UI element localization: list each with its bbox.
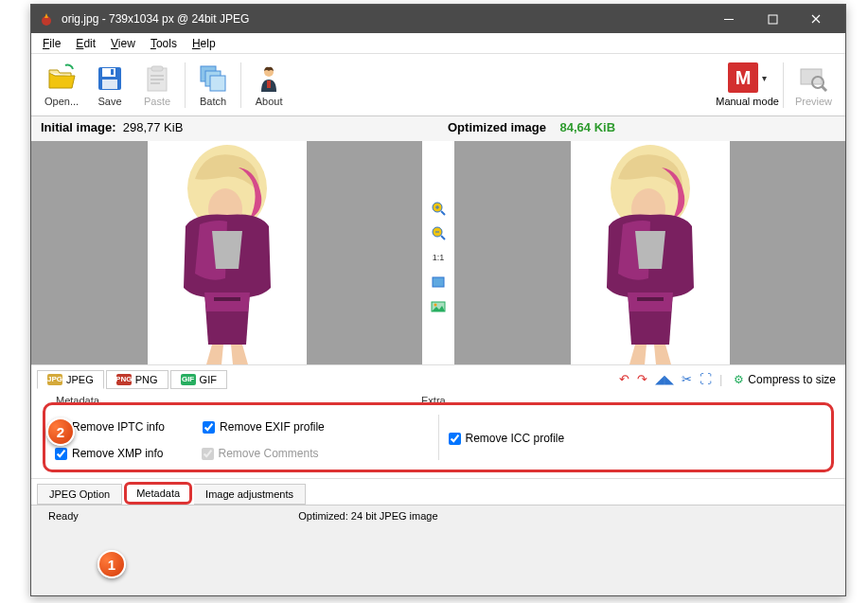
menu-tools[interactable]: Tools: [143, 35, 185, 52]
metadata-fieldset: Remove IPTC info Remove EXIF profile Rem…: [55, 415, 429, 460]
window-title: orig.jpg - 739x1034 px @ 24bit JPEG: [62, 12, 707, 26]
tab-png[interactable]: PNG PNG: [106, 370, 168, 389]
remove-iptc-label: Remove IPTC info: [72, 420, 165, 434]
minimize-button[interactable]: [707, 5, 751, 33]
optimized-size-value: 84,64 KiB: [559, 120, 615, 134]
svg-rect-1: [724, 19, 734, 20]
content-area: Initial image: 298,77 KiB Optimized imag…: [31, 116, 845, 588]
zoom-controls: 1:1: [422, 141, 454, 364]
preview-row: 1:1: [31, 141, 845, 364]
remove-xmp-label: Remove XMP info: [72, 447, 164, 460]
svg-rect-9: [151, 75, 164, 77]
caret-down-icon: ▾: [762, 73, 767, 83]
tab-gif-label: GIF: [200, 374, 217, 385]
fit-icon[interactable]: [430, 274, 447, 291]
remove-icc-label: Remove ICC profile: [466, 432, 565, 445]
app-window: orig.jpg - 739x1034 px @ 24bit JPEG File…: [30, 4, 846, 596]
batch-button[interactable]: Batch: [189, 62, 237, 109]
zoom-out-icon[interactable]: [430, 224, 447, 241]
optimized-size-label: Optimized image: [448, 120, 546, 134]
gif-icon: GIF: [181, 374, 196, 385]
toolbar: Open... Save Paste Batch About: [31, 54, 845, 116]
initial-image: [148, 141, 307, 364]
crop-icon[interactable]: ✂: [682, 372, 692, 386]
compress-to-size-button[interactable]: ⚙ Compress to size: [730, 371, 840, 388]
tab-metadata[interactable]: Metadata: [124, 482, 192, 505]
separator: [783, 62, 784, 108]
maximize-button[interactable]: [751, 5, 794, 33]
gear-icon: ⚙: [734, 373, 744, 386]
settings-area: Metadata Extra Remove IPTC info Remove E…: [31, 393, 845, 478]
tab-jpeg-options[interactable]: JPEG Option: [37, 484, 122, 505]
format-tabs-row: JPG JPEG PNG PNG GIF GIF ↶ ↷ ◢◣ ✂ ⛶ | ⚙ …: [31, 364, 845, 393]
svg-rect-2: [769, 15, 777, 24]
tab-gif[interactable]: GIF GIF: [170, 370, 227, 389]
svg-rect-16: [267, 80, 271, 88]
magnifier-icon: [798, 63, 828, 94]
batch-label: Batch: [200, 96, 226, 107]
size-bar: Initial image: 298,77 KiB Optimized imag…: [31, 116, 845, 141]
optimized-preview[interactable]: [454, 141, 845, 364]
menu-view[interactable]: View: [103, 35, 143, 52]
zoom-in-icon[interactable]: [430, 200, 447, 217]
landscape-icon[interactable]: [430, 298, 447, 315]
about-button[interactable]: About: [245, 62, 292, 109]
save-label: Save: [98, 96, 122, 107]
svg-line-29: [441, 236, 445, 239]
status-optimized: Optimized: 24 bit JPEG image: [88, 510, 648, 522]
person-icon: [254, 63, 284, 94]
svg-rect-14: [210, 76, 225, 91]
mode-label: Manual mode: [716, 96, 779, 107]
bottom-tabs: JPEG Option Metadata Image adjustments: [31, 478, 845, 505]
divider: [438, 415, 439, 460]
about-label: About: [256, 96, 283, 107]
clipboard-icon: [142, 63, 172, 94]
remove-xmp-checkbox[interactable]: Remove XMP info: [55, 447, 164, 460]
svg-rect-5: [111, 69, 114, 75]
open-label: Open...: [44, 96, 79, 107]
manual-mode-icon: M: [728, 62, 758, 93]
annotation-1: 1: [97, 550, 126, 578]
png-icon: PNG: [116, 374, 132, 385]
preview-label: Preview: [795, 96, 832, 107]
app-icon: [39, 11, 54, 27]
open-button[interactable]: Open...: [37, 62, 86, 109]
remove-comments-checkbox: Remove Comments: [202, 447, 319, 460]
separator: [240, 62, 241, 108]
folder-open-icon: [46, 63, 77, 94]
paste-button[interactable]: Paste: [133, 62, 181, 109]
batch-icon: [198, 63, 228, 94]
floppy-disk-icon: [95, 63, 125, 94]
remove-icc-checkbox[interactable]: Remove ICC profile: [449, 432, 565, 445]
status-ready: Ready: [39, 510, 88, 522]
zoom-1to1[interactable]: 1:1: [430, 249, 447, 266]
compress-label: Compress to size: [748, 373, 836, 386]
svg-line-19: [822, 86, 826, 91]
initial-preview[interactable]: [31, 141, 422, 364]
svg-rect-10: [151, 79, 164, 80]
mode-selector[interactable]: M ▾ Manual mode: [716, 62, 779, 107]
initial-size-value: 298,77 KiB: [123, 120, 184, 134]
optimized-image: [571, 141, 730, 364]
rotate-left-icon[interactable]: ↶: [619, 372, 629, 386]
close-button[interactable]: [794, 5, 838, 33]
tab-jpeg-label: JPEG: [66, 374, 94, 385]
resize-icon[interactable]: ⛶: [700, 372, 712, 386]
tab-png-label: PNG: [135, 374, 158, 385]
tab-jpeg[interactable]: JPG JPEG: [37, 370, 104, 389]
tab-image-adjustments[interactable]: Image adjustments: [194, 484, 306, 505]
svg-rect-8: [151, 66, 163, 71]
flip-horizontal-icon[interactable]: ◢◣: [655, 372, 674, 386]
svg-rect-6: [102, 80, 117, 89]
statusbar: Ready Optimized: 24 bit JPEG image: [31, 505, 845, 525]
menu-file[interactable]: File: [35, 35, 68, 52]
svg-line-25: [441, 211, 445, 215]
save-button[interactable]: Save: [86, 62, 133, 109]
preview-button[interactable]: Preview: [788, 62, 840, 109]
menu-help[interactable]: Help: [185, 35, 223, 52]
remove-exif-checkbox[interactable]: Remove EXIF profile: [203, 420, 325, 434]
rotate-right-icon[interactable]: ↷: [637, 372, 647, 386]
menu-edit[interactable]: Edit: [68, 35, 103, 52]
right-tools: ↶ ↷ ◢◣ ✂ ⛶ | ⚙ Compress to size: [619, 371, 840, 388]
svg-rect-23: [214, 297, 240, 301]
